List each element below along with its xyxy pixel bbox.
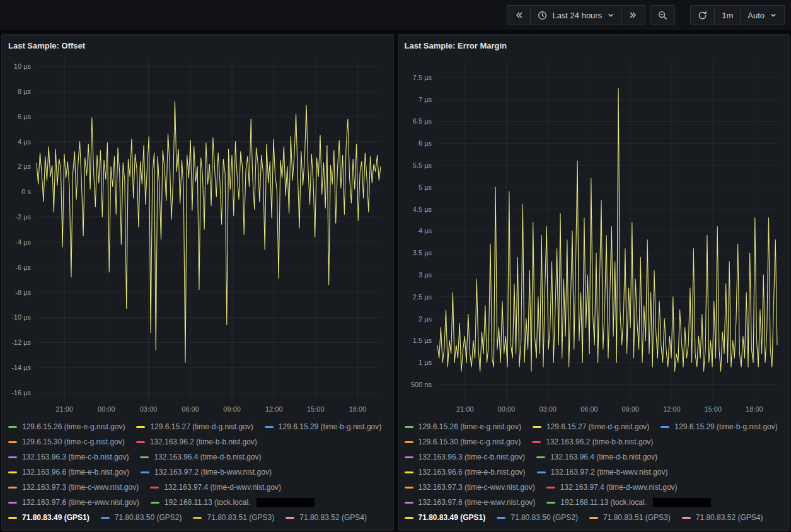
svg-text:06:00: 06:00 xyxy=(580,405,598,413)
legend-item[interactable]: 129.6.15.27 (time-d-g.nist.gov) xyxy=(533,422,649,432)
legend-item[interactable]: 129.6.15.29 (time-b-g.nist.gov) xyxy=(661,422,777,432)
legend-item[interactable]: 132.163.97.4 (time-d-wwv.nist.gov) xyxy=(546,482,678,492)
legend-series-label: 132.163.97.6 (time-e-wwv.nist.gov) xyxy=(419,498,536,507)
legend-series-label: 132.163.96.4 (time-d-b.nist.gov) xyxy=(154,453,261,461)
legend-series-label: 132.163.96.2 (time-b-b.nist.gov) xyxy=(150,437,257,446)
dashboard-body: Last Sample: Offset 10 µs8 µs6 µs4 µs2 µ… xyxy=(0,30,791,532)
error-margin-chart[interactable]: 7.5 µs7 µs6.5 µs6 µs5.5 µs5 µs4.5 µs4 µs… xyxy=(405,54,783,417)
legend-item[interactable]: 71.80.83.51 (GPS3) xyxy=(589,512,671,523)
auto-refresh-picker[interactable]: Auto xyxy=(740,5,785,25)
legend-series-label: 132.163.97.6 (time-e-wwv.nist.gov) xyxy=(22,498,139,507)
time-series-plot[interactable]: 10 µs8 µs6 µs4 µs2 µs0 s-2 µs-4 µs-6 µs-… xyxy=(8,54,387,417)
svg-text:3.5 µs: 3.5 µs xyxy=(412,249,432,257)
time-shift-forward-button[interactable] xyxy=(621,5,645,25)
legend-series-marker xyxy=(682,517,691,519)
legend-item[interactable]: 71.80.83.49 (GPS1) xyxy=(405,512,486,523)
zoom-out-icon xyxy=(658,11,667,20)
svg-text:18:00: 18:00 xyxy=(349,405,367,413)
time-shift-back-button[interactable] xyxy=(507,5,531,25)
legend-series-marker xyxy=(532,441,541,443)
legend-item[interactable]: 71.80.83.50 (GPS2) xyxy=(497,512,578,523)
legend-item[interactable]: 132.163.96.4 (time-d-b.nist.gov) xyxy=(140,452,261,462)
legend-series-marker xyxy=(546,487,555,489)
svg-text:-12 µs: -12 µs xyxy=(11,338,31,346)
legend-series-marker xyxy=(537,471,546,473)
legend-item[interactable]: 132.163.96.6 (time-e-b.nist.gov) xyxy=(405,467,526,477)
svg-text:09:00: 09:00 xyxy=(223,405,241,413)
zoom-out-button[interactable] xyxy=(650,5,675,25)
legend-series-marker xyxy=(589,517,598,519)
panel-title-offset[interactable]: Last Sample: Offset xyxy=(8,38,387,54)
legend-series-label: 132.163.97.2 (time-b-wwv.nist.gov) xyxy=(551,468,668,477)
svg-text:03:00: 03:00 xyxy=(539,405,557,413)
legend-series-label: 129.6.15.27 (time-d-g.nist.gov) xyxy=(546,422,649,431)
error-margin-legend: 129.6.15.26 (time-e-g.nist.gov)129.6.15.… xyxy=(405,417,783,523)
legend-series-marker xyxy=(405,471,413,473)
legend-item[interactable]: 129.6.15.29 (time-b-g.nist.gov) xyxy=(265,422,381,432)
time-series-plot[interactable]: 7.5 µs7 µs6.5 µs6 µs5.5 µs5 µs4.5 µs4 µs… xyxy=(405,54,783,417)
legend-item[interactable]: 71.80.83.49 (GPS1) xyxy=(8,512,89,523)
legend-item[interactable]: 132.163.97.6 (time-e-wwv.nist.gov) xyxy=(8,497,139,507)
legend-item[interactable]: 129.6.15.26 (time-e-g.nist.gov) xyxy=(8,422,125,432)
svg-text:6 µs: 6 µs xyxy=(418,139,432,147)
legend-item[interactable]: 132.163.96.4 (time-d-b.nist.gov) xyxy=(536,452,657,462)
legend-item[interactable]: 132.163.96.2 (time-b-b.nist.gov) xyxy=(532,437,653,447)
legend-series-marker xyxy=(405,517,413,519)
legend-item[interactable]: 192.168.11.13 (tock.local. xyxy=(546,497,711,507)
legend-series-label: 132.163.96.4 (time-d-b.nist.gov) xyxy=(550,453,657,461)
svg-text:12:00: 12:00 xyxy=(663,405,681,413)
svg-text:2.5 µs: 2.5 µs xyxy=(412,293,432,301)
svg-text:15:00: 15:00 xyxy=(307,405,325,413)
legend-series-label: 129.6.15.29 (time-b-g.nist.gov) xyxy=(279,422,381,431)
refresh-interval-label: 1m xyxy=(722,11,733,20)
legend-series-marker xyxy=(8,441,17,443)
legend-item[interactable]: 192.168.11.13 (tock.local. xyxy=(151,497,315,507)
svg-text:7 µs: 7 µs xyxy=(418,96,432,103)
legend-series-marker xyxy=(150,487,159,489)
legend-series-label: 192.168.11.13 (tock.local. xyxy=(165,498,251,507)
double-chevron-left-icon xyxy=(514,11,523,20)
offset-legend: 129.6.15.26 (time-e-g.nist.gov)129.6.15.… xyxy=(8,417,387,523)
auto-refresh-label: Auto xyxy=(748,11,765,20)
panel-error-margin: Last Sample: Error Margin 7.5 µs7 µs6.5 … xyxy=(398,34,790,531)
legend-item[interactable]: 71.80.83.52 (GPS4) xyxy=(682,512,763,523)
legend-item[interactable]: 129.6.15.30 (time-c-g.nist.gov) xyxy=(8,437,125,447)
legend-item[interactable]: 132.163.97.4 (time-d-wwv.nist.gov) xyxy=(150,482,281,492)
legend-series-label: 71.80.83.51 (GPS3) xyxy=(603,513,671,522)
legend-item[interactable]: 132.163.97.3 (time-c-wwv.nist.gov) xyxy=(405,482,535,492)
legend-series-marker xyxy=(141,471,149,473)
legend-item[interactable]: 132.163.96.2 (time-b-b.nist.gov) xyxy=(136,437,257,447)
refresh-icon xyxy=(698,11,707,20)
legend-series-label: 71.80.83.50 (GPS2) xyxy=(115,513,182,522)
legend-item[interactable]: 71.80.83.50 (GPS2) xyxy=(101,512,182,523)
panel-offset: Last Sample: Offset 10 µs8 µs6 µs4 µs2 µ… xyxy=(1,34,394,531)
legend-item[interactable]: 129.6.15.26 (time-e-g.nist.gov) xyxy=(405,422,521,432)
refresh-interval-button[interactable]: 1m xyxy=(714,5,741,25)
legend-series-marker xyxy=(265,426,274,428)
legend-series-label: 132.163.96.6 (time-e-b.nist.gov) xyxy=(22,468,129,477)
legend-item[interactable]: 132.163.96.6 (time-e-b.nist.gov) xyxy=(8,467,129,477)
svg-text:0 s: 0 s xyxy=(21,188,31,195)
refresh-group: 1m Auto xyxy=(690,5,785,25)
legend-item[interactable]: 129.6.15.27 (time-d-g.nist.gov) xyxy=(136,422,253,432)
panel-title-error-margin[interactable]: Last Sample: Error Margin xyxy=(405,38,783,54)
legend-item[interactable]: 71.80.83.51 (GPS3) xyxy=(193,512,274,523)
legend-series-label: 71.80.83.51 (GPS3) xyxy=(207,513,274,522)
legend-item[interactable]: 129.6.15.30 (time-c-g.nist.gov) xyxy=(405,437,521,447)
svg-text:06:00: 06:00 xyxy=(182,405,199,413)
legend-item[interactable]: 132.163.96.3 (time-c-b.nist.gov) xyxy=(405,452,525,462)
redaction-box xyxy=(257,498,315,507)
legend-item[interactable]: 132.163.96.3 (time-c-b.nist.gov) xyxy=(8,452,129,462)
offset-chart[interactable]: 10 µs8 µs6 µs4 µs2 µs0 s-2 µs-4 µs-6 µs-… xyxy=(8,54,387,417)
svg-text:4 µs: 4 µs xyxy=(18,138,32,146)
double-chevron-right-icon xyxy=(629,11,638,20)
time-range-picker[interactable]: Last 24 hours xyxy=(530,5,622,25)
legend-item[interactable]: 132.163.97.2 (time-b-wwv.nist.gov) xyxy=(141,467,272,477)
legend-item[interactable]: 71.80.83.52 (GPS4) xyxy=(286,512,367,523)
legend-item[interactable]: 132.163.97.3 (time-c-wwv.nist.gov) xyxy=(8,482,139,492)
legend-item[interactable]: 132.163.97.6 (time-e-wwv.nist.gov) xyxy=(405,497,536,507)
legend-series-marker xyxy=(8,471,17,473)
refresh-button[interactable] xyxy=(690,5,715,25)
svg-text:12:00: 12:00 xyxy=(265,405,283,413)
legend-item[interactable]: 132.163.97.2 (time-b-wwv.nist.gov) xyxy=(537,467,668,477)
